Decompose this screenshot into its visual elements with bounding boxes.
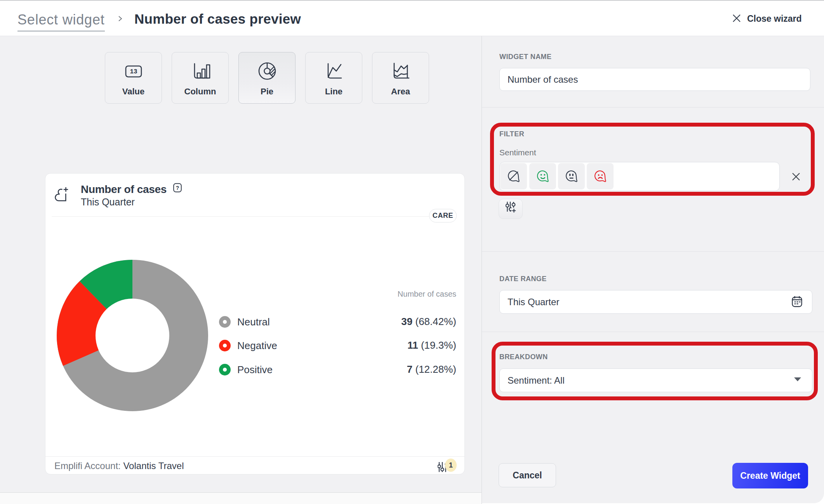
svg-text:13: 13 — [130, 68, 137, 75]
svg-text:?: ? — [176, 185, 179, 191]
